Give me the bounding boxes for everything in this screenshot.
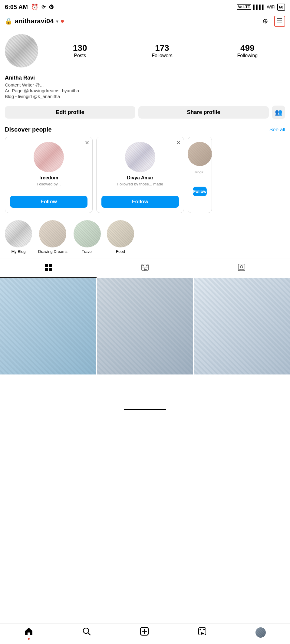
status-time: 6:05 AM ⏰ ⟳ ⚙ — [5, 3, 54, 11]
svg-point-17 — [199, 629, 201, 630]
grid-post-3[interactable] — [194, 278, 290, 374]
tagged-icon — [237, 263, 246, 274]
settings-icon: ⚙ — [48, 3, 54, 11]
add-person-icon: 👥 — [275, 109, 282, 116]
tab-tagged[interactable] — [193, 259, 290, 278]
bottom-nav — [0, 623, 290, 644]
highlight-item-1[interactable]: My Blog — [5, 220, 32, 254]
highlight-item-2[interactable]: Drawing Dreams — [38, 220, 68, 254]
discover-card-2: ✕ Divya Amar Followed by those... made F… — [96, 137, 184, 213]
svg-point-18 — [203, 629, 205, 630]
card-close-1[interactable]: ✕ — [85, 140, 89, 145]
svg-rect-2 — [45, 268, 48, 271]
highlight-label-4: Food — [116, 249, 125, 254]
highlight-label-3: Travel — [82, 249, 93, 254]
follow-button-2[interactable]: Follow — [101, 196, 179, 208]
bio-line-2: Art Page @drawingdreams_byanitha — [5, 88, 285, 93]
battery-indicator: 60 — [277, 4, 285, 11]
posts-stat[interactable]: 130 Posts — [73, 43, 87, 58]
profile-section: 130 Posts 173 Followers 499 Following — [0, 29, 290, 75]
signal-bars: ▌▌▌▌ — [253, 5, 265, 9]
home-notification-dot — [28, 638, 30, 640]
reels-nav-icon — [198, 627, 207, 638]
highlight-avatar-4 — [107, 220, 134, 247]
highlight-label-1: My Blog — [12, 249, 26, 254]
grid-post-1[interactable] — [0, 278, 96, 374]
add-icon: ⊕ — [262, 17, 268, 25]
highlight-label-2: Drawing Dreams — [38, 249, 68, 254]
nav-right-section: ⊕ ☰ — [260, 16, 285, 27]
see-all-link[interactable]: See all — [269, 127, 285, 133]
nav-reels[interactable] — [198, 627, 207, 638]
profile-avatar-nav — [255, 627, 266, 638]
grid-post-2[interactable] — [97, 278, 193, 374]
nav-create[interactable] — [140, 627, 149, 638]
home-indicator — [0, 405, 290, 414]
alarm-icon: ⏰ — [31, 3, 38, 11]
profile-top-row: 130 Posts 173 Followers 499 Following — [5, 34, 285, 67]
svg-rect-1 — [49, 264, 52, 267]
svg-point-5 — [142, 265, 144, 266]
svg-point-10 — [240, 266, 243, 268]
nav-search[interactable] — [82, 627, 91, 638]
avatar — [5, 34, 38, 67]
profile-name: Anitha Ravi — [5, 75, 285, 81]
card-sub-2: Followed by those... made — [117, 182, 163, 191]
card-avatar-3 — [188, 142, 212, 166]
follow-button-1[interactable]: Follow — [10, 196, 87, 208]
tab-reels[interactable] — [97, 259, 193, 278]
dropdown-arrow: ▾ — [56, 18, 58, 24]
highlight-avatar-2 — [39, 220, 66, 247]
card-name-1: freedom — [39, 175, 58, 181]
add-post-button[interactable]: ⊕ — [260, 16, 271, 27]
bio-line-1: Content Writer @... — [5, 82, 285, 87]
home-bar — [124, 409, 166, 410]
card-name-2: Divya Amar — [127, 175, 153, 181]
nav-left-section: 🔒 anitharavi04 ▾ — [5, 17, 64, 25]
sync-icon: ⟳ — [41, 4, 45, 10]
followers-count: 173 — [155, 43, 169, 53]
stats-row: 130 Posts 173 Followers 499 Following — [45, 43, 285, 58]
lock-icon: 🔒 — [5, 18, 12, 25]
followers-label: Followers — [152, 53, 172, 58]
tabs-bar — [0, 259, 290, 278]
svg-marker-8 — [144, 268, 147, 271]
card-close-2[interactable]: ✕ — [176, 140, 181, 145]
search-icon — [82, 627, 91, 638]
card-sub-1: Followed by... — [37, 182, 61, 191]
volte-label: Vo LTE — [237, 4, 251, 10]
svg-rect-0 — [45, 264, 48, 267]
followers-stat[interactable]: 173 Followers — [152, 43, 172, 58]
menu-button[interactable]: ☰ — [274, 16, 285, 27]
status-bar: 6:05 AM ⏰ ⟳ ⚙ Vo LTE ▌▌▌▌ WiFi 60 — [0, 0, 290, 13]
notification-dot — [61, 20, 64, 23]
tab-grid[interactable] — [0, 259, 97, 278]
following-label: Following — [237, 53, 258, 58]
card-sub-3: livingir... — [194, 170, 206, 180]
following-stat[interactable]: 499 Following — [237, 43, 258, 58]
add-friend-button[interactable]: 👥 — [272, 106, 285, 119]
svg-rect-3 — [49, 268, 52, 271]
battery-level: 60 — [279, 5, 283, 9]
svg-point-6 — [146, 265, 147, 266]
follow-button-3[interactable]: Follow — [193, 187, 207, 196]
nav-home[interactable] — [24, 627, 33, 638]
username-display: anitharavi04 — [15, 17, 54, 25]
posts-count: 130 — [73, 43, 87, 53]
card-avatar-1 — [34, 142, 64, 172]
avatar-wrapper[interactable] — [5, 34, 38, 67]
svg-marker-20 — [201, 632, 204, 635]
highlight-item-4[interactable]: Food — [107, 220, 134, 254]
reels-icon — [141, 263, 149, 274]
nav-profile[interactable] — [255, 627, 266, 638]
bio-section: Anitha Ravi Content Writer @... Art Page… — [0, 75, 290, 103]
create-icon — [140, 627, 149, 638]
share-profile-button[interactable]: Share profile — [138, 106, 269, 119]
highlight-avatar-1 — [5, 220, 32, 247]
following-count: 499 — [240, 43, 255, 53]
posts-grid — [0, 278, 290, 374]
posts-label: Posts — [74, 53, 86, 58]
highlight-item-3[interactable]: Travel — [74, 220, 101, 254]
edit-profile-button[interactable]: Edit profile — [5, 106, 135, 119]
discover-title: Discover people — [5, 126, 52, 133]
